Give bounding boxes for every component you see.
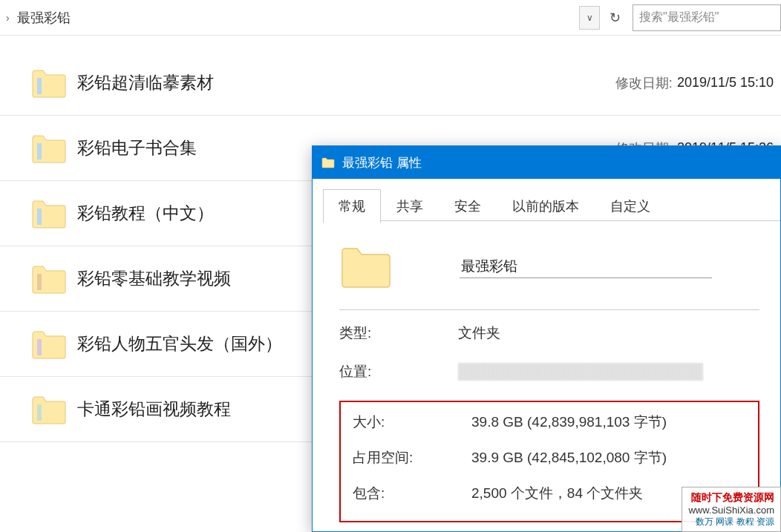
type-value: 文件夹 bbox=[458, 324, 500, 343]
dialog-title: 最强彩铅 属性 bbox=[342, 154, 422, 171]
watermark: 随时下免费资源网 www.SuiShiXia.com 数万 网课 教程 资源 bbox=[682, 487, 781, 532]
location-label: 位置: bbox=[339, 362, 458, 381]
dialog-tabs: 常规 共享 安全 以前的版本 自定义 bbox=[313, 179, 780, 223]
svg-rect-0 bbox=[37, 78, 42, 94]
list-item[interactable]: 彩铅超清临摹素材 修改日期: 2019/11/5 15:10 bbox=[0, 50, 781, 116]
disk-label: 占用空间: bbox=[353, 448, 471, 467]
folder-icon bbox=[321, 157, 335, 168]
breadcrumb-current[interactable]: 最强彩铅 bbox=[16, 9, 579, 27]
chevron-down-icon: ∨ bbox=[586, 13, 593, 23]
svg-rect-4 bbox=[37, 339, 42, 355]
folder-icon bbox=[31, 329, 67, 360]
file-name: 彩铅超清临摹素材 bbox=[77, 71, 615, 94]
location-value-blurred bbox=[458, 363, 703, 381]
history-dropdown[interactable]: ∨ bbox=[579, 6, 600, 30]
type-label: 类型: bbox=[339, 324, 458, 343]
breadcrumb-arrow-icon[interactable]: › bbox=[0, 12, 16, 24]
size-label: 大小: bbox=[353, 413, 471, 432]
tab-security[interactable]: 安全 bbox=[439, 189, 497, 223]
size-value: 39.8 GB (42,839,981,103 字节) bbox=[471, 413, 667, 432]
tab-customize[interactable]: 自定义 bbox=[595, 189, 666, 223]
contains-label: 包含: bbox=[353, 484, 471, 503]
search-input[interactable]: 搜索"最强彩铅" bbox=[633, 4, 781, 31]
tab-divider bbox=[323, 220, 780, 221]
tab-previous-versions[interactable]: 以前的版本 bbox=[497, 189, 595, 223]
folder-name-input[interactable] bbox=[460, 255, 712, 278]
folder-icon bbox=[31, 68, 67, 99]
folder-icon bbox=[31, 198, 67, 229]
date-value: 2019/11/5 15:10 bbox=[677, 75, 774, 91]
address-bar: › 最强彩铅 ∨ ↻ 搜索"最强彩铅" bbox=[0, 0, 781, 36]
dialog-titlebar[interactable]: 最强彩铅 属性 bbox=[313, 146, 780, 179]
watermark-title: 随时下免费资源网 bbox=[688, 490, 774, 504]
contains-value: 2,500 个文件，84 个文件夹 bbox=[471, 484, 643, 503]
folder-icon bbox=[31, 263, 67, 295]
svg-rect-3 bbox=[37, 274, 42, 290]
folder-icon bbox=[31, 394, 67, 425]
folder-icon bbox=[31, 133, 67, 164]
refresh-icon: ↻ bbox=[610, 10, 621, 26]
dialog-body: 类型: 文件夹 位置: 大小: 39.8 GB (42,839,981,103 … bbox=[313, 223, 780, 522]
disk-value: 39.9 GB (42,845,102,080 字节) bbox=[471, 448, 667, 467]
svg-rect-5 bbox=[37, 404, 42, 421]
watermark-tagline: 数万 网课 教程 资源 bbox=[688, 516, 774, 528]
properties-dialog: 最强彩铅 属性 常规 共享 安全 以前的版本 自定义 类型: 文件夹 位置: 大… bbox=[312, 145, 781, 532]
refresh-button[interactable]: ↻ bbox=[603, 6, 627, 30]
tab-general[interactable]: 常规 bbox=[323, 189, 381, 223]
search-placeholder: 搜索"最强彩铅" bbox=[639, 10, 719, 25]
tab-sharing[interactable]: 共享 bbox=[381, 189, 439, 223]
divider bbox=[339, 309, 759, 310]
watermark-url: www.SuiShiXia.com bbox=[688, 505, 774, 517]
folder-icon bbox=[339, 244, 393, 289]
date-label: 修改日期: bbox=[615, 74, 673, 92]
svg-rect-2 bbox=[37, 208, 42, 225]
svg-rect-1 bbox=[37, 143, 42, 160]
